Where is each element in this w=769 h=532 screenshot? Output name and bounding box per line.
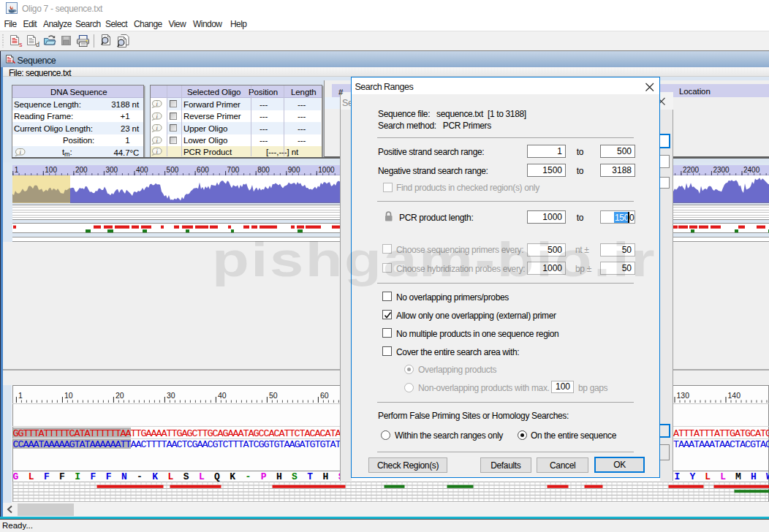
svg-text:20: 20 xyxy=(115,391,124,400)
svg-text:200: 200 xyxy=(75,166,88,174)
svg-text:2400: 2400 xyxy=(743,166,760,174)
svg-text:s: s xyxy=(19,41,23,48)
svg-text:50: 50 xyxy=(268,391,277,400)
svg-text:30: 30 xyxy=(166,391,175,400)
svg-text:10: 10 xyxy=(64,391,72,400)
svg-text:300: 300 xyxy=(105,166,118,174)
svg-text:60: 60 xyxy=(319,391,328,400)
svg-text:800: 800 xyxy=(257,166,270,174)
svg-text:130: 130 xyxy=(676,391,689,400)
svg-text:d: d xyxy=(36,41,39,48)
svg-text:2200: 2200 xyxy=(683,166,700,174)
svg-text:400: 400 xyxy=(136,166,148,174)
svg-text:1000: 1000 xyxy=(318,166,335,174)
svg-text:900: 900 xyxy=(288,166,300,174)
svg-text:500: 500 xyxy=(167,166,179,174)
svg-text:700: 700 xyxy=(227,166,240,174)
svg-text:1: 1 xyxy=(15,166,19,174)
svg-text:2300: 2300 xyxy=(713,166,730,174)
svg-text:140: 140 xyxy=(727,391,740,400)
svg-text:1: 1 xyxy=(18,391,22,400)
svg-text:40: 40 xyxy=(217,391,226,400)
svg-text:100: 100 xyxy=(45,166,57,174)
svg-text:600: 600 xyxy=(197,166,209,174)
